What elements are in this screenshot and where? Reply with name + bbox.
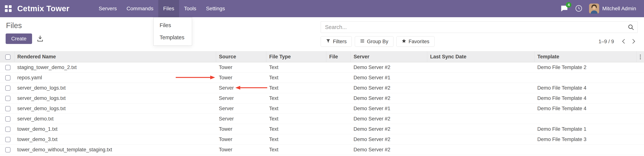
- cell-rendered-name: server_demo_logs.txt: [14, 103, 216, 114]
- cell-server: Demo Server #2: [350, 145, 427, 155]
- row-checkbox[interactable]: [5, 116, 10, 122]
- cell-last-sync-date: [427, 93, 534, 103]
- cell-last-sync-date: [427, 103, 534, 114]
- star-icon: [402, 39, 406, 45]
- cell-template: [534, 114, 636, 124]
- table-body: staging_tower_demo_2.txt Tower Text Demo…: [0, 62, 644, 155]
- user-menu[interactable]: Mitchell Admin: [589, 3, 636, 14]
- cell-file-type: Text: [266, 103, 326, 114]
- row-checkbox[interactable]: [5, 85, 10, 91]
- pager-previous-button[interactable]: [620, 37, 628, 46]
- menu-tools[interactable]: Tools: [179, 0, 201, 17]
- dropdown-item-templates[interactable]: Templates: [154, 31, 192, 44]
- table-row[interactable]: tower_demo_1.txt Tower Text Demo Server …: [0, 124, 644, 134]
- table-row[interactable]: server_demo_logs.txt Server Text Demo Se…: [0, 93, 644, 103]
- files-dropdown-menu: Files Templates: [154, 17, 192, 46]
- cell-last-sync-date: [427, 124, 534, 134]
- cell-options: [636, 62, 644, 73]
- table-row[interactable]: staging_tower_demo_2.txt Tower Text Demo…: [0, 62, 644, 73]
- cell-rendered-name: tower_demo_without_template_staging.txt: [14, 145, 216, 155]
- row-checkbox[interactable]: [5, 106, 10, 111]
- pager-range: 1–9 / 9: [598, 39, 614, 45]
- cell-server: Demo Server #2: [350, 124, 427, 134]
- table-row[interactable]: server_demo_logs.txt Server Text Demo Se…: [0, 83, 644, 93]
- cell-last-sync-date: [427, 134, 534, 145]
- cell-server: Demo Server #2: [350, 114, 427, 124]
- table-row[interactable]: server_demo_logs.txt Server Text Demo Se…: [0, 103, 644, 114]
- cell-server: Demo Server #1: [350, 73, 427, 83]
- row-checkbox-cell: [0, 145, 14, 155]
- top-navbar: Cetmix Tower Servers Commands Files Tool…: [0, 0, 644, 17]
- row-checkbox[interactable]: [5, 96, 10, 101]
- cell-options: [636, 134, 644, 145]
- search-input[interactable]: [321, 21, 638, 33]
- cell-options: [636, 103, 644, 114]
- table-row[interactable]: repos.yaml Tower Text Demo Server #1: [0, 73, 644, 83]
- create-button[interactable]: Create: [6, 33, 32, 44]
- cell-file-type: Text: [266, 124, 326, 134]
- favorites-label: Favorites: [409, 39, 430, 45]
- messages-count-badge: 4: [566, 2, 572, 8]
- pager: 1–9 / 9: [598, 37, 638, 46]
- table-row[interactable]: tower_demo_without_template_staging.txt …: [0, 145, 644, 155]
- table-row[interactable]: server_demo.txt Server Text Demo Server …: [0, 114, 644, 124]
- vertical-dots-icon: [640, 55, 641, 59]
- column-header-file-type[interactable]: File Type: [266, 51, 326, 62]
- cell-template: Demo File Template 4: [534, 83, 636, 93]
- group-by-button[interactable]: Group By: [355, 36, 394, 47]
- column-header-last-sync-date[interactable]: Last Sync Date: [427, 51, 534, 62]
- clock-icon: [575, 4, 583, 13]
- column-header-source[interactable]: Source: [216, 51, 266, 62]
- row-checkbox[interactable]: [5, 127, 10, 132]
- row-checkbox-cell: [0, 134, 14, 145]
- menu-files[interactable]: Files: [158, 0, 179, 17]
- column-header-rendered-name[interactable]: Rendered Name: [14, 51, 216, 62]
- menu-commands[interactable]: Commands: [122, 0, 158, 17]
- cell-file-type: Text: [266, 62, 326, 73]
- row-checkbox[interactable]: [5, 147, 10, 153]
- column-header-file[interactable]: File: [326, 51, 350, 62]
- menu-servers[interactable]: Servers: [94, 0, 122, 17]
- files-list-view: Rendered Name Source File Type File Serv…: [0, 51, 644, 155]
- cell-server: Demo Server #1: [350, 103, 427, 114]
- control-panel: Files Create: [0, 17, 644, 47]
- row-checkbox[interactable]: [5, 65, 10, 70]
- cell-file-type: Text: [266, 114, 326, 124]
- cell-source: Tower: [216, 134, 266, 145]
- select-all-checkbox[interactable]: [5, 54, 10, 60]
- cell-last-sync-date: [427, 145, 534, 155]
- export-button[interactable]: [36, 34, 44, 43]
- cell-file-type: Text: [266, 73, 326, 83]
- cell-template: Demo File Template 1: [534, 124, 636, 134]
- cell-file: [326, 93, 350, 103]
- favorites-button[interactable]: Favorites: [396, 36, 434, 47]
- cell-options: [636, 83, 644, 93]
- cell-file: [326, 124, 350, 134]
- apps-menu-button[interactable]: [0, 0, 16, 17]
- row-checkbox[interactable]: [5, 137, 10, 142]
- apps-grid-icon: [5, 5, 12, 12]
- menu-settings[interactable]: Settings: [201, 0, 230, 17]
- cell-server: Demo Server #2: [350, 83, 427, 93]
- cell-file: [326, 62, 350, 73]
- table-row[interactable]: tower_demo_3.txt Tower Text Demo Server …: [0, 134, 644, 145]
- pager-next-button[interactable]: [629, 37, 638, 46]
- list-lines-icon: [360, 39, 365, 45]
- cell-template: [534, 73, 636, 83]
- row-checkbox-cell: [0, 103, 14, 114]
- cell-rendered-name: server_demo.txt: [14, 114, 216, 124]
- optional-columns-button[interactable]: [636, 51, 644, 62]
- cell-source: Tower: [216, 145, 266, 155]
- column-header-server[interactable]: Server: [350, 51, 427, 62]
- row-checkbox-cell: [0, 83, 14, 93]
- column-header-template[interactable]: Template: [534, 51, 636, 62]
- app-brand[interactable]: Cetmix Tower: [16, 0, 74, 17]
- user-name: Mitchell Admin: [602, 6, 636, 12]
- messages-button[interactable]: 4: [560, 4, 568, 13]
- dropdown-item-files[interactable]: Files: [154, 19, 192, 31]
- row-checkbox[interactable]: [5, 75, 10, 80]
- activities-button[interactable]: [575, 4, 583, 13]
- filters-button[interactable]: Filters: [321, 36, 352, 47]
- chevron-right-icon: [630, 38, 636, 45]
- cell-options: [636, 124, 644, 134]
